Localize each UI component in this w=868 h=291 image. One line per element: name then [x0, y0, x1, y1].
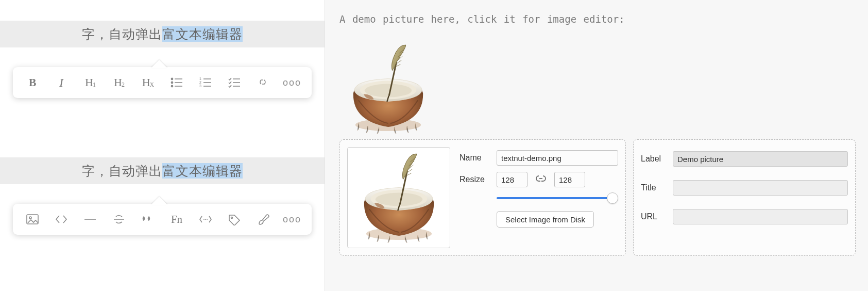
- strikethrough-button[interactable]: [106, 209, 132, 230]
- format-toolbar-primary: B I H1 H2 HX ooo: [13, 67, 312, 98]
- ordered-list-button[interactable]: [192, 72, 219, 93]
- image-settings-box: Name Resize Select Im: [339, 139, 626, 256]
- snippet-button[interactable]: [192, 209, 219, 230]
- hx-button[interactable]: HX: [134, 72, 161, 93]
- italic-button[interactable]: I: [48, 72, 75, 93]
- image-thumbnail[interactable]: [347, 147, 450, 248]
- toolbar-sample-2: 字，自动弹出富文本编辑器 Fn ooo: [0, 157, 325, 235]
- name-input[interactable]: [497, 150, 618, 166]
- checklist-button[interactable]: [221, 72, 248, 93]
- bold-button[interactable]: B: [19, 72, 46, 93]
- aspect-lock-icon[interactable]: [533, 174, 549, 185]
- h2-button[interactable]: H2: [106, 72, 132, 93]
- url-label: URL: [641, 212, 668, 221]
- label-label: Label: [641, 154, 668, 164]
- editor-line[interactable]: 字，自动弹出富文本编辑器: [0, 157, 325, 184]
- label-input[interactable]: [673, 151, 848, 167]
- right-pane: A demo picture here, click it for image …: [325, 0, 868, 291]
- format-toolbar-secondary: Fn ooo: [13, 204, 312, 235]
- popover-arrow-icon: [151, 197, 167, 205]
- left-pane: 字，自动弹出富文本编辑器 B I H1 H2 HX ooo 字，自动弹出富文本编…: [0, 0, 325, 291]
- toolbar-sample-1: 字，自动弹出富文本编辑器 B I H1 H2 HX ooo: [0, 21, 325, 98]
- demo-caption: A demo picture here, click it for image …: [339, 13, 625, 25]
- sample-text: 字，自动弹出富文本编辑器: [82, 163, 243, 180]
- image-button[interactable]: [19, 209, 46, 230]
- unordered-list-button[interactable]: [163, 72, 190, 93]
- title-input[interactable]: [673, 180, 848, 196]
- resize-height-input[interactable]: [554, 172, 585, 187]
- title-label: Title: [641, 183, 668, 192]
- quote-button[interactable]: [134, 209, 161, 230]
- slider-thumb[interactable]: [607, 192, 618, 204]
- name-label: Name: [459, 153, 491, 163]
- resize-label: Resize: [459, 175, 491, 184]
- image-editor-panel: Name Resize Select Im: [339, 139, 856, 256]
- more-button[interactable]: ooo: [279, 209, 305, 230]
- link-button[interactable]: [250, 72, 277, 93]
- slider-track: [497, 197, 616, 199]
- resize-width-input[interactable]: [497, 172, 527, 187]
- url-input[interactable]: [673, 209, 848, 224]
- resize-slider[interactable]: [497, 193, 616, 203]
- h1-button[interactable]: H1: [77, 72, 104, 93]
- popover-arrow-icon: [151, 60, 167, 68]
- highlight-button[interactable]: [250, 209, 277, 230]
- fn-button[interactable]: Fn: [163, 209, 190, 230]
- image-meta-box: Label Title URL: [633, 139, 856, 256]
- sample-text: 字，自动弹出富文本编辑器: [82, 26, 243, 43]
- hr-button[interactable]: [77, 209, 104, 230]
- tag-button[interactable]: [221, 209, 248, 230]
- editor-line[interactable]: 字，自动弹出富文本编辑器: [0, 21, 325, 47]
- more-button[interactable]: ooo: [279, 72, 305, 93]
- code-button[interactable]: [48, 209, 75, 230]
- select-image-button[interactable]: Select Image from Disk: [497, 211, 594, 228]
- demo-image[interactable]: [343, 44, 433, 134]
